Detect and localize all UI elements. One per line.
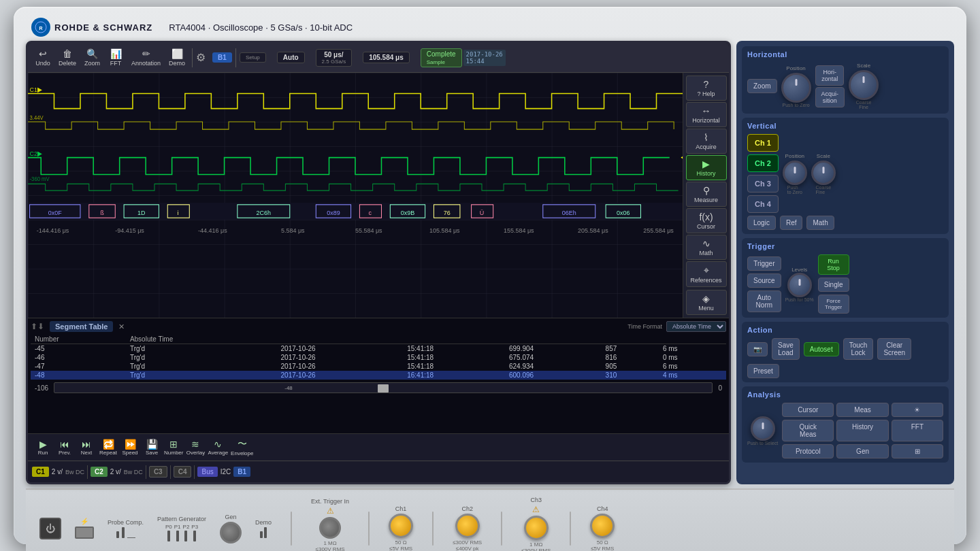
preset-button[interactable]: Preset <box>747 364 779 378</box>
segment-table: Number Absolute Time -45 <box>31 335 726 380</box>
repeat-button[interactable]: 🔁 Repeat <box>99 439 118 456</box>
brand-logo: R ROHDE & SCHWARZ <box>31 18 152 37</box>
protocol-button[interactable]: Protocol <box>782 444 834 458</box>
run-button[interactable]: ▶ Run <box>33 439 52 456</box>
logic-button[interactable]: Logic <box>747 216 776 230</box>
envelope-button[interactable]: 〜 Envelope <box>231 438 253 456</box>
c4-indicator[interactable]: C4 <box>174 466 192 478</box>
run-icon: ▶ <box>39 439 47 450</box>
position-knob[interactable] <box>781 73 811 103</box>
table-row[interactable]: -45 Trg'd 2017-10-26 15:41:18 699.904 85… <box>31 344 726 354</box>
horizontal-ctrl-button[interactable]: Hori- zontal <box>815 65 844 86</box>
single-button[interactable]: Single <box>818 278 849 292</box>
c2-coupling: Bw DC <box>124 469 143 475</box>
cursor-button[interactable]: f(x) Cursor <box>686 208 727 233</box>
math-button[interactable]: ∿ Math <box>686 235 727 260</box>
cursor-analysis-button[interactable]: Cursor <box>782 403 834 417</box>
ch-separator-4 <box>194 465 195 479</box>
setup-box[interactable]: Setup <box>240 52 266 63</box>
ch2-button[interactable]: Ch 2 <box>747 154 779 172</box>
b1-indicator[interactable]: B1 <box>233 467 250 477</box>
touch-lock-button[interactable]: Touch Lock <box>843 338 874 360</box>
ext-trigger-spec: 1 MΩ≤300V RMS≤400V pk <box>316 540 345 551</box>
horizontal-panel-button[interactable]: ↔ Horizontal <box>686 102 727 127</box>
zoom-ctrl-button[interactable]: Zoom <box>747 79 777 93</box>
table-row-selected[interactable]: -48 Trg'd 2017-10-26 16:41:18 600.096 31… <box>31 371 726 380</box>
grid-button[interactable]: ⊞ <box>892 444 943 458</box>
source-button[interactable]: Source <box>747 273 781 288</box>
clear-screen-button[interactable]: Clear Screen <box>877 338 911 360</box>
levels-knob[interactable] <box>787 273 812 297</box>
next-button[interactable]: ⏭ Next <box>77 439 96 456</box>
power-button[interactable]: ⏻ <box>39 518 61 539</box>
acquire-button[interactable]: ⌇ Acquire <box>686 129 727 154</box>
speed-button[interactable]: ⏩ Speed <box>120 439 140 456</box>
measure-button[interactable]: ⚲ Measure <box>686 182 727 207</box>
save-button[interactable]: 💾 Save <box>142 439 161 456</box>
trigger-button[interactable]: Trigger <box>747 256 781 271</box>
ext-trigger-connector <box>319 517 341 539</box>
ch1-spec: 50 Ω≤5V RMS <box>389 539 412 552</box>
scale-knob[interactable] <box>849 70 879 100</box>
ch4-button[interactable]: Ch 4 <box>747 195 779 213</box>
segment-collapse-icon[interactable]: ⬆⬇ <box>31 322 44 331</box>
ch2-group: Ch2 ≤300V RMS≤400V pk <box>453 505 482 552</box>
quick-meas-button[interactable]: Quick Meas <box>782 420 834 441</box>
side-panel: ? ? Help ↔ Horizontal ⌇ Acquire ▶ Histor… <box>683 73 729 318</box>
gen-analysis-button[interactable]: Gen <box>836 444 888 458</box>
help-button[interactable]: ? ? Help <box>686 76 727 101</box>
svg-text:06Eh: 06Eh <box>562 210 576 216</box>
history-analysis-button[interactable]: History <box>836 420 888 441</box>
vert-position-knob[interactable] <box>783 161 807 185</box>
history-icon: ▶ <box>688 158 725 169</box>
svg-text:105.584 μs: 105.584 μs <box>429 227 460 234</box>
divider-1 <box>291 512 292 546</box>
average-button[interactable]: ∿ Average <box>208 439 228 456</box>
meas-button[interactable]: Meas <box>836 403 888 417</box>
analysis-knob[interactable] <box>751 416 775 441</box>
channel-bar: C1 2 v/ Bw DC C2 2 v/ Bw DC C3 C4 Bus I2… <box>28 461 729 482</box>
table-row[interactable]: -47 Trg'd 2017-10-26 15:41:18 624.934 90… <box>31 362 726 371</box>
menu-button[interactable]: ◈ Menu <box>686 290 727 315</box>
delete-button[interactable]: 🗑 Delete <box>55 47 80 68</box>
coarse-fine-label: CoarseFine <box>856 100 872 110</box>
vert-scale-knob[interactable] <box>811 161 836 185</box>
c2-indicator[interactable]: C2 <box>91 467 108 477</box>
overlay-button[interactable]: ≋ Overlay <box>186 439 205 456</box>
fft-button[interactable]: 📊 FFT <box>105 47 127 68</box>
force-trigger-button[interactable]: Force Trigger <box>818 295 849 314</box>
table-row[interactable]: -46 Trg'd 2017-10-26 15:41:18 675.074 81… <box>31 353 726 362</box>
fft-analysis-button[interactable]: FFT <box>892 420 943 441</box>
camera-button[interactable]: 📷 <box>747 342 768 356</box>
prev-button[interactable]: ⏮ Prev. <box>55 439 74 456</box>
annotation-button[interactable]: ✏ Annotation <box>128 47 164 68</box>
number-button[interactable]: ⊞ Number <box>164 439 183 456</box>
c3-indicator[interactable]: C3 <box>149 466 167 478</box>
waveform-display[interactable]: 0x0F ß 1D i 2C6h 0x89 c 0 <box>28 73 683 318</box>
settings-icon[interactable]: ⚙ <box>196 51 206 64</box>
references-button[interactable]: ⌖ References <box>686 261 727 287</box>
ch1-button[interactable]: Ch 1 <box>747 134 779 152</box>
segment-close-button[interactable]: ✕ <box>118 322 125 331</box>
average-icon: ∿ <box>214 439 222 450</box>
svg-text:i: i <box>178 210 179 216</box>
demo-button[interactable]: ⬜ Demo <box>165 47 189 68</box>
math-ctrl-button[interactable]: Math <box>806 216 834 230</box>
run-stop-button[interactable]: Run Stop <box>818 254 849 275</box>
ch3-button[interactable]: Ch 3 <box>747 175 779 193</box>
probe-comp-pins <box>116 527 135 538</box>
math-icon: ∿ <box>688 238 725 249</box>
auto-norm-button[interactable]: Auto Norm <box>747 290 781 312</box>
time-format-select[interactable]: Absolute Time Relative Time <box>666 321 726 332</box>
brightness-button[interactable]: ☀ <box>892 403 943 417</box>
autoset-button[interactable]: Autoset <box>804 342 839 356</box>
save-load-button[interactable]: Save Load <box>772 338 800 360</box>
history-button[interactable]: ▶ History <box>686 155 727 180</box>
undo-button[interactable]: ↩ Undo <box>32 47 54 68</box>
acquisition-ctrl-button[interactable]: Acqui- sition <box>815 87 845 107</box>
c1-indicator[interactable]: C1 <box>32 467 49 477</box>
zoom-button[interactable]: 🔍 Zoom <box>81 47 103 68</box>
menu-icon: ◈ <box>688 293 725 304</box>
ref-button[interactable]: Ref <box>780 216 803 230</box>
bus-indicator[interactable]: Bus <box>197 467 217 477</box>
